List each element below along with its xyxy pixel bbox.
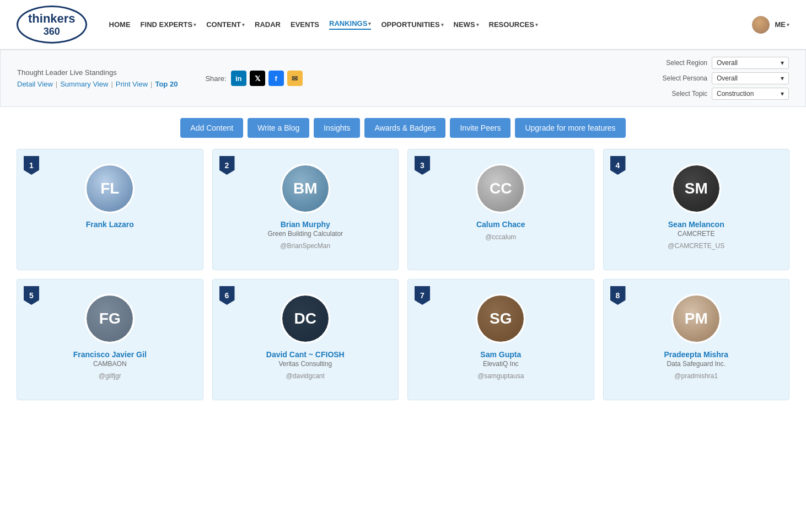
person-handle[interactable]: @gilfjgr bbox=[99, 372, 121, 380]
person-avatar[interactable]: SG bbox=[476, 294, 525, 343]
person-name[interactable]: Francisco Javier Gil bbox=[73, 350, 147, 359]
ranking-card: 6DCDavid Cant ~ CFIOSHVeritas Consulting… bbox=[212, 279, 399, 400]
nav-home[interactable]: HOME bbox=[109, 20, 131, 29]
rank-badge: 1 bbox=[24, 156, 39, 175]
person-name[interactable]: Calum Chace bbox=[476, 220, 525, 229]
person-avatar[interactable]: DC bbox=[281, 294, 330, 343]
print-view-link[interactable]: Print View bbox=[116, 80, 148, 88]
select-persona-row: Select Persona Overall ▾ bbox=[658, 72, 789, 84]
cards-row-2: 5FGFrancisco Javier GilCAMBAON@gilfjgr6D… bbox=[17, 279, 789, 400]
select-persona-dropdown[interactable]: Overall ▾ bbox=[712, 72, 789, 84]
rank-badge: 3 bbox=[415, 156, 430, 175]
region-chevron: ▾ bbox=[781, 59, 784, 67]
ranking-card: 4SMSean MelanconCAMCRETE@CAMCRETE_US bbox=[603, 149, 790, 270]
person-name[interactable]: Brian Murphy bbox=[281, 220, 330, 229]
cards-row-1: 1FLFrank Lazaro2BMBrian MurphyGreen Buil… bbox=[17, 149, 789, 270]
ranking-card: 8PMPradeepta MishraData Safeguard Inc.@p… bbox=[603, 279, 790, 400]
header: thinkers 360 HOME FIND EXPERTS ▾ CONTENT… bbox=[0, 0, 806, 50]
logo-360: 360 bbox=[44, 26, 60, 37]
person-org: Data Safeguard Inc. bbox=[667, 360, 726, 368]
x-icon[interactable]: 𝕏 bbox=[250, 71, 265, 86]
person-avatar[interactable]: FG bbox=[85, 294, 135, 343]
upgrade-button[interactable]: Upgrade for more features bbox=[515, 118, 625, 138]
nav-radar[interactable]: RADAR bbox=[255, 20, 281, 29]
person-avatar[interactable]: PM bbox=[671, 294, 721, 343]
rank-badge: 6 bbox=[219, 286, 235, 305]
person-avatar[interactable]: BM bbox=[281, 164, 330, 213]
rank-badge: 7 bbox=[415, 286, 430, 305]
select-topic-row: Select Topic Construction ▾ bbox=[658, 88, 789, 100]
select-topic-label: Select Topic bbox=[658, 90, 707, 98]
standings-title: Thought Leader Live Standings bbox=[17, 68, 178, 77]
ranking-card: 2BMBrian MurphyGreen Building Calculator… bbox=[212, 149, 399, 270]
info-bar: Thought Leader Live Standings Detail Vie… bbox=[0, 50, 806, 107]
nav-resources[interactable]: RESOURCES ▾ bbox=[489, 20, 538, 29]
nav-find-experts[interactable]: FIND EXPERTS ▾ bbox=[141, 20, 197, 29]
rank-badge: 4 bbox=[610, 156, 626, 175]
write-blog-button[interactable]: Write a Blog bbox=[248, 118, 309, 138]
person-handle[interactable]: @BrianSpecMan bbox=[280, 242, 330, 250]
linkedin-icon[interactable]: in bbox=[231, 71, 246, 86]
rank-badge: 2 bbox=[219, 156, 235, 175]
person-org: Green Building Calculator bbox=[267, 230, 343, 238]
social-icons: in 𝕏 f ✉ bbox=[231, 71, 303, 86]
person-name[interactable]: Frank Lazaro bbox=[86, 220, 134, 229]
person-name[interactable]: David Cant ~ CFIOSH bbox=[266, 350, 345, 359]
cards-container: 1FLFrank Lazaro2BMBrian MurphyGreen Buil… bbox=[0, 149, 806, 426]
person-handle[interactable]: @pradmishra1 bbox=[674, 372, 718, 380]
add-content-button[interactable]: Add Content bbox=[180, 118, 243, 138]
person-org: CAMCRETE bbox=[678, 230, 714, 238]
nav-events[interactable]: EVENTS bbox=[291, 20, 319, 29]
person-name[interactable]: Sean Melancon bbox=[668, 220, 724, 229]
person-handle[interactable]: @cccalum bbox=[485, 233, 516, 241]
nav-content[interactable]: CONTENT ▾ bbox=[206, 20, 245, 29]
email-icon[interactable]: ✉ bbox=[287, 71, 303, 86]
nav-opportunities[interactable]: OPPORTUNITIES ▾ bbox=[381, 20, 443, 29]
avatar-image: BM bbox=[282, 165, 329, 212]
nav-news[interactable]: NEWS ▾ bbox=[454, 20, 479, 29]
persona-chevron: ▾ bbox=[781, 74, 784, 82]
ranking-card: 1FLFrank Lazaro bbox=[17, 149, 203, 270]
rank-badge: 8 bbox=[610, 286, 626, 305]
ranking-card: 5FGFrancisco Javier GilCAMBAON@gilfjgr bbox=[17, 279, 203, 400]
select-region-dropdown[interactable]: Overall ▾ bbox=[712, 57, 789, 69]
avatar-image: FG bbox=[87, 295, 133, 342]
nav-right: ME ▾ bbox=[752, 16, 790, 34]
person-avatar[interactable]: CC bbox=[476, 164, 525, 213]
nav-rankings[interactable]: RANKINGS ▾ bbox=[329, 19, 371, 30]
person-handle[interactable]: @samguptausa bbox=[477, 372, 524, 380]
news-arrow: ▾ bbox=[476, 22, 479, 28]
opportunities-arrow: ▾ bbox=[441, 22, 444, 28]
person-avatar[interactable]: SM bbox=[671, 164, 721, 213]
person-avatar[interactable]: FL bbox=[85, 164, 135, 213]
top20-link[interactable]: Top 20 bbox=[155, 80, 178, 88]
share-section: Share: in 𝕏 f ✉ bbox=[205, 71, 302, 86]
person-handle[interactable]: @CAMCRETE_US bbox=[668, 242, 724, 250]
resources-arrow: ▾ bbox=[535, 22, 538, 28]
avatar-image: PM bbox=[673, 295, 719, 342]
info-left: Thought Leader Live Standings Detail Vie… bbox=[17, 68, 178, 88]
rank-badge: 5 bbox=[24, 286, 39, 305]
user-avatar[interactable] bbox=[752, 16, 770, 34]
main-nav: HOME FIND EXPERTS ▾ CONTENT ▾ RADAR EVEN… bbox=[109, 19, 752, 30]
selects-section: Select Region Overall ▾ Select Persona O… bbox=[658, 57, 789, 100]
nav-me[interactable]: ME ▾ bbox=[775, 20, 790, 29]
select-persona-label: Select Persona bbox=[658, 74, 707, 82]
select-topic-dropdown[interactable]: Construction ▾ bbox=[712, 88, 789, 100]
me-arrow: ▾ bbox=[787, 22, 789, 28]
insights-button[interactable]: Insights bbox=[314, 118, 360, 138]
facebook-icon[interactable]: f bbox=[268, 71, 284, 86]
action-bar: Add ContentWrite a BlogInsightsAwards & … bbox=[0, 107, 806, 149]
avatar-image: FL bbox=[87, 165, 133, 212]
avatar-image: CC bbox=[477, 165, 524, 212]
invite-peers-button[interactable]: Invite Peers bbox=[450, 118, 511, 138]
person-name[interactable]: Sam Gupta bbox=[480, 350, 521, 359]
person-handle[interactable]: @davidgcant bbox=[286, 372, 325, 380]
detail-view-link[interactable]: Detail View bbox=[17, 80, 53, 88]
logo[interactable]: thinkers 360 bbox=[17, 6, 87, 44]
avatar-image: SM bbox=[673, 165, 719, 212]
awards-badges-button[interactable]: Awards & Badges bbox=[364, 118, 445, 138]
person-name[interactable]: Pradeepta Mishra bbox=[664, 350, 728, 359]
summary-view-link[interactable]: Summary View bbox=[60, 80, 108, 88]
content-arrow: ▾ bbox=[242, 22, 245, 28]
